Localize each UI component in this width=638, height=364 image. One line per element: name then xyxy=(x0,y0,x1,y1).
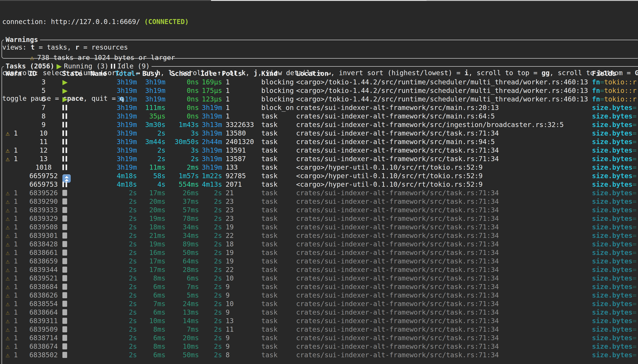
completed-state-icon xyxy=(62,206,67,214)
cell-busy: 6ms xyxy=(139,334,166,342)
field-key: size.bytes xyxy=(592,291,632,299)
cell-id: 6 xyxy=(23,95,64,104)
column-header-polls[interactable]: Polls xyxy=(222,69,242,78)
task-row[interactable]: ⚠168386592s17ms64ms2s19taskcrates/sui-in… xyxy=(2,257,638,266)
task-row[interactable]: ⚠168393112s10ms14ms2s13taskcrates/sui-in… xyxy=(2,317,638,325)
cell-sched: 0ns xyxy=(168,104,199,112)
column-header-sched[interactable]: Sched xyxy=(171,69,191,78)
column-header-name[interactable]: Name xyxy=(90,69,107,78)
cell-kind: task xyxy=(261,291,294,300)
task-row[interactable]: ⚠168395092s8ms7ms2s11taskcrates/sui-inde… xyxy=(2,325,638,334)
task-row[interactable]: ⚠1123h19m2s3s3h19m13591taskcrates/sui-in… xyxy=(2,146,638,154)
cell-sched: 37ms xyxy=(168,197,199,206)
cell-total: 2s xyxy=(98,223,137,231)
task-row[interactable]: ⚠168395262s17ms26ms2s21taskcrates/sui-in… xyxy=(2,189,638,197)
completed-state-icon xyxy=(62,325,67,334)
task-row[interactable]: 10183h19m11ms2ms3h19m133task<cargo>/hype… xyxy=(2,163,638,172)
field-equals: = xyxy=(632,129,637,137)
cell-id: 6838554 xyxy=(23,300,64,308)
column-header-busy[interactable]: Busy xyxy=(142,69,158,78)
task-row[interactable]: ⚠168395082s18ms34ms2s19taskcrates/sui-in… xyxy=(2,223,638,231)
column-header-warn[interactable]: Warn xyxy=(6,69,22,78)
cell-polls: 133 xyxy=(226,163,259,172)
column-header-fields[interactable]: Fields xyxy=(592,69,616,78)
cell-id: 6838661 xyxy=(23,248,64,257)
task-row[interactable]: ⚠168393012s21ms34ms2s22taskcrates/sui-in… xyxy=(2,231,638,240)
task-row[interactable]: ⚠168386612s16ms50ms2s19taskcrates/sui-in… xyxy=(2,248,638,257)
column-header-location[interactable]: Location xyxy=(296,69,329,78)
task-row[interactable]: ⚠1133h19m2s2s3h19m13587taskcrates/sui-in… xyxy=(2,154,638,163)
field-value: tokio::r xyxy=(604,95,637,103)
field-equals: = xyxy=(632,266,637,274)
task-row[interactable]: ⚠168386262s6ms5ms2s9taskcrates/sui-index… xyxy=(2,291,638,300)
task-row[interactable]: ⚠168385022s6ms50ms2s8taskcrates/sui-inde… xyxy=(2,351,638,359)
cell-polls: 1 xyxy=(226,86,259,95)
cell-sched: 2s xyxy=(168,154,199,163)
column-header-id[interactable]: ID xyxy=(28,69,36,78)
task-row[interactable]: ⚠168386642s6ms13ms2s9taskcrates/sui-inde… xyxy=(2,308,638,317)
cell-polls: 23 xyxy=(226,197,259,206)
cell-id: 7 xyxy=(23,104,64,112)
task-row[interactable]: 3▶3h19m3h19m0ns169µs1blocking<cargo>/tok… xyxy=(2,78,638,86)
task-row[interactable]: ⚠168386842s6ms7ms2s9taskcrates/sui-index… xyxy=(2,282,638,291)
task-row[interactable]: ⚠168395212s8ms6ms2s10taskcrates/sui-inde… xyxy=(2,274,638,282)
cell-fields: size.bytes= xyxy=(592,129,638,138)
cell-id: 6838674 xyxy=(23,342,64,351)
task-row[interactable]: 73h19m111ms0ns3h19m1block_oncrates/sui-i… xyxy=(2,104,638,112)
pause-state-icon xyxy=(111,64,115,69)
warning-count: 1 xyxy=(14,291,18,300)
warning-count: 1 xyxy=(14,257,18,266)
warning-count: 1 xyxy=(14,325,18,334)
cell-id: 1018 xyxy=(23,163,64,172)
task-row[interactable]: ⚠168393332s20ms57ms2s23taskcrates/sui-in… xyxy=(2,206,638,214)
field-key: size.bytes xyxy=(592,342,632,350)
cell-total: 2s xyxy=(98,231,137,240)
cell-id: 13 xyxy=(23,154,64,163)
completed-state-icon xyxy=(62,308,67,317)
cell-kind: task xyxy=(261,274,294,282)
task-row[interactable]: 6▶3h19m3h19m0ns123µs1blocking<cargo>/tok… xyxy=(2,95,638,104)
completed-state-icon xyxy=(62,240,67,248)
task-row[interactable]: ⚠168385542s7ms24ms2s10taskcrates/sui-ind… xyxy=(2,300,638,308)
column-header-state[interactable]: State xyxy=(62,69,82,78)
task-row[interactable]: 5▶3h19m3h19m0ns175µs1blocking<cargo>/tok… xyxy=(2,86,638,95)
cell-sched: 10ms xyxy=(168,342,199,351)
task-row[interactable]: ⚠168393292s19ms78ms2s23taskcrates/sui-in… xyxy=(2,214,638,223)
cell-location: crates/sui-indexer-alt-framework/src/tas… xyxy=(296,231,591,240)
task-row[interactable]: 66597524m18s58s1m57s1m22s92785task<cargo… xyxy=(2,172,638,180)
cell-location: crates/sui-indexer-alt-framework/src/tas… xyxy=(296,291,591,300)
cell-total: 2s xyxy=(98,248,137,257)
warning-icon: ⚠ xyxy=(6,206,10,214)
column-header-idle[interactable]: Idle xyxy=(200,69,217,78)
task-row[interactable]: 83h19m35µs0ns3h19m1taskcrates/sui-indexe… xyxy=(2,112,638,120)
column-header-kind[interactable]: Kind xyxy=(261,69,278,78)
cell-busy: 18ms xyxy=(139,223,166,231)
field-equals: = xyxy=(600,86,604,94)
column-header-total[interactable]: Total▿ xyxy=(115,69,138,78)
task-row[interactable]: 66597534m18s4s554ms4m13s2071task<cargo>/… xyxy=(2,180,638,189)
cell-id: 6838428 xyxy=(23,240,64,248)
task-row[interactable]: 93h19m3m30s1m43s3h13m3322633taskcrates/s… xyxy=(2,120,638,129)
task-row[interactable]: ⚠168392902s20ms37ms2s23taskcrates/sui-in… xyxy=(2,197,638,206)
completed-state-icon xyxy=(62,223,67,231)
cell-kind: task xyxy=(261,300,294,308)
task-row[interactable]: ⚠168384282s19ms89ms2s18taskcrates/sui-in… xyxy=(2,240,638,248)
task-row[interactable]: ⚠168393442s17ms28ms2s22taskcrates/sui-in… xyxy=(2,266,638,274)
cell-total: 4m18s xyxy=(98,172,137,180)
field-key: size.bytes xyxy=(592,129,632,137)
field-key: size.bytes xyxy=(592,214,632,222)
task-row[interactable]: ⚠168387142s6ms20ms2s9taskcrates/sui-inde… xyxy=(2,334,638,342)
cell-sched: 50ms xyxy=(168,248,199,257)
cell-total: 2s xyxy=(98,214,137,223)
task-row[interactable]: 113h19m3m44s30m50s2h44m2401320taskcrates… xyxy=(2,138,638,146)
cell-location: crates/sui-indexer-alt-framework/src/tas… xyxy=(296,317,591,325)
task-row[interactable]: ⚠1103h19m2s3s3h19m13580taskcrates/sui-in… xyxy=(2,129,638,138)
warning-icon: ⚠ xyxy=(6,197,10,206)
warning-icon: ⚠ xyxy=(6,154,10,163)
task-row[interactable]: ⚠168386742s8ms10ms2s9taskcrates/sui-inde… xyxy=(2,342,638,351)
cell-sched: 50ms xyxy=(168,351,199,359)
field-key: size.bytes xyxy=(592,206,632,214)
cell-sched: 7ms xyxy=(168,325,199,334)
cell-fields: size.bytes= xyxy=(592,189,638,197)
cell-fields: size.bytes= xyxy=(592,172,638,180)
